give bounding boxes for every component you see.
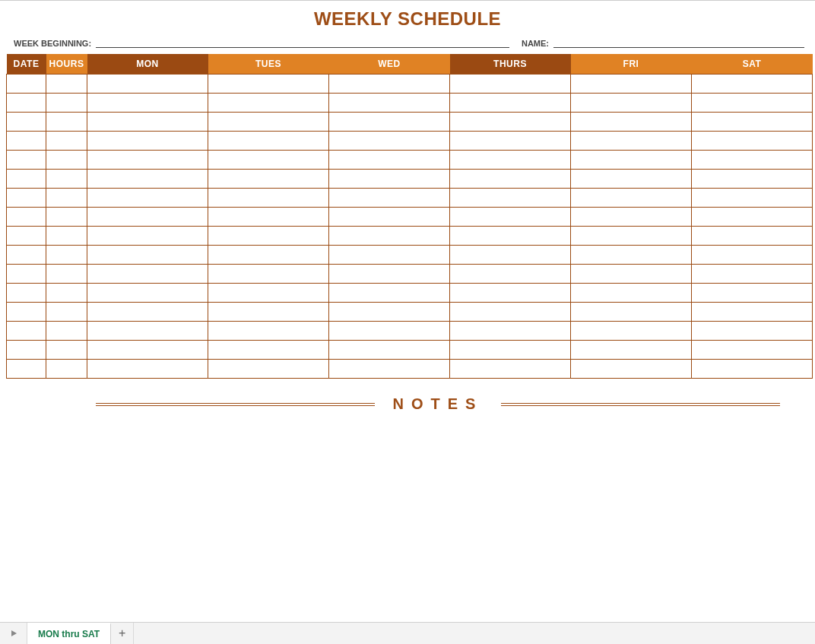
table-cell[interactable] xyxy=(208,341,329,360)
table-cell[interactable] xyxy=(87,151,208,170)
table-cell[interactable] xyxy=(87,189,208,208)
table-cell[interactable] xyxy=(7,360,46,379)
table-cell[interactable] xyxy=(208,208,329,227)
table-cell[interactable] xyxy=(692,265,813,284)
table-cell[interactable] xyxy=(571,284,692,303)
table-cell[interactable] xyxy=(329,132,450,151)
table-cell[interactable] xyxy=(571,227,692,246)
table-cell[interactable] xyxy=(450,341,571,360)
table-cell[interactable] xyxy=(571,75,692,94)
table-cell[interactable] xyxy=(87,360,208,379)
table-cell[interactable] xyxy=(87,322,208,341)
table-cell[interactable] xyxy=(450,113,571,132)
table-cell[interactable] xyxy=(7,151,46,170)
table-cell[interactable] xyxy=(692,284,813,303)
table-cell[interactable] xyxy=(46,75,87,94)
table-cell[interactable] xyxy=(87,94,208,113)
table-cell[interactable] xyxy=(329,265,450,284)
table-cell[interactable] xyxy=(692,246,813,265)
table-cell[interactable] xyxy=(208,265,329,284)
table-cell[interactable] xyxy=(450,284,571,303)
table-cell[interactable] xyxy=(571,94,692,113)
table-cell[interactable] xyxy=(692,151,813,170)
table-cell[interactable] xyxy=(87,341,208,360)
table-cell[interactable] xyxy=(329,189,450,208)
table-cell[interactable] xyxy=(46,360,87,379)
table-cell[interactable] xyxy=(7,75,46,94)
table-cell[interactable] xyxy=(7,132,46,151)
table-cell[interactable] xyxy=(571,341,692,360)
table-cell[interactable] xyxy=(450,360,571,379)
table-cell[interactable] xyxy=(87,303,208,322)
table-cell[interactable] xyxy=(87,170,208,189)
table-cell[interactable] xyxy=(46,94,87,113)
table-cell[interactable] xyxy=(692,360,813,379)
table-cell[interactable] xyxy=(571,246,692,265)
table-cell[interactable] xyxy=(692,170,813,189)
table-cell[interactable] xyxy=(87,208,208,227)
table-cell[interactable] xyxy=(46,284,87,303)
table-cell[interactable] xyxy=(7,246,46,265)
table-cell[interactable] xyxy=(329,151,450,170)
table-cell[interactable] xyxy=(329,284,450,303)
table-cell[interactable] xyxy=(571,113,692,132)
table-cell[interactable] xyxy=(87,246,208,265)
table-cell[interactable] xyxy=(692,75,813,94)
table-cell[interactable] xyxy=(692,94,813,113)
table-cell[interactable] xyxy=(46,113,87,132)
table-cell[interactable] xyxy=(571,132,692,151)
table-cell[interactable] xyxy=(46,151,87,170)
table-cell[interactable] xyxy=(692,132,813,151)
table-cell[interactable] xyxy=(208,303,329,322)
table-cell[interactable] xyxy=(329,113,450,132)
table-cell[interactable] xyxy=(7,322,46,341)
table-cell[interactable] xyxy=(46,189,87,208)
table-cell[interactable] xyxy=(87,113,208,132)
table-cell[interactable] xyxy=(7,170,46,189)
table-cell[interactable] xyxy=(329,170,450,189)
table-cell[interactable] xyxy=(46,322,87,341)
table-cell[interactable] xyxy=(46,170,87,189)
table-cell[interactable] xyxy=(329,322,450,341)
table-cell[interactable] xyxy=(692,303,813,322)
table-cell[interactable] xyxy=(208,360,329,379)
table-cell[interactable] xyxy=(46,246,87,265)
table-cell[interactable] xyxy=(87,227,208,246)
table-cell[interactable] xyxy=(329,360,450,379)
table-cell[interactable] xyxy=(7,284,46,303)
week-beginning-input[interactable] xyxy=(96,36,509,48)
table-cell[interactable] xyxy=(7,265,46,284)
table-cell[interactable] xyxy=(329,227,450,246)
table-cell[interactable] xyxy=(692,322,813,341)
table-cell[interactable] xyxy=(7,113,46,132)
table-cell[interactable] xyxy=(46,303,87,322)
table-cell[interactable] xyxy=(450,94,571,113)
table-cell[interactable] xyxy=(87,75,208,94)
table-cell[interactable] xyxy=(208,170,329,189)
table-cell[interactable] xyxy=(450,189,571,208)
table-cell[interactable] xyxy=(450,208,571,227)
table-cell[interactable] xyxy=(208,75,329,94)
table-cell[interactable] xyxy=(208,113,329,132)
table-cell[interactable] xyxy=(7,94,46,113)
table-cell[interactable] xyxy=(7,303,46,322)
table-cell[interactable] xyxy=(87,265,208,284)
table-cell[interactable] xyxy=(692,341,813,360)
table-cell[interactable] xyxy=(571,189,692,208)
table-cell[interactable] xyxy=(450,170,571,189)
table-cell[interactable] xyxy=(450,75,571,94)
sheet-nav-button[interactable] xyxy=(0,623,27,644)
table-cell[interactable] xyxy=(208,246,329,265)
table-cell[interactable] xyxy=(692,113,813,132)
table-cell[interactable] xyxy=(46,227,87,246)
table-cell[interactable] xyxy=(329,94,450,113)
table-cell[interactable] xyxy=(208,322,329,341)
add-sheet-button[interactable]: + xyxy=(111,623,134,644)
table-cell[interactable] xyxy=(450,132,571,151)
table-cell[interactable] xyxy=(450,227,571,246)
table-cell[interactable] xyxy=(450,322,571,341)
table-cell[interactable] xyxy=(450,151,571,170)
table-cell[interactable] xyxy=(329,75,450,94)
table-cell[interactable] xyxy=(692,227,813,246)
table-cell[interactable] xyxy=(450,265,571,284)
